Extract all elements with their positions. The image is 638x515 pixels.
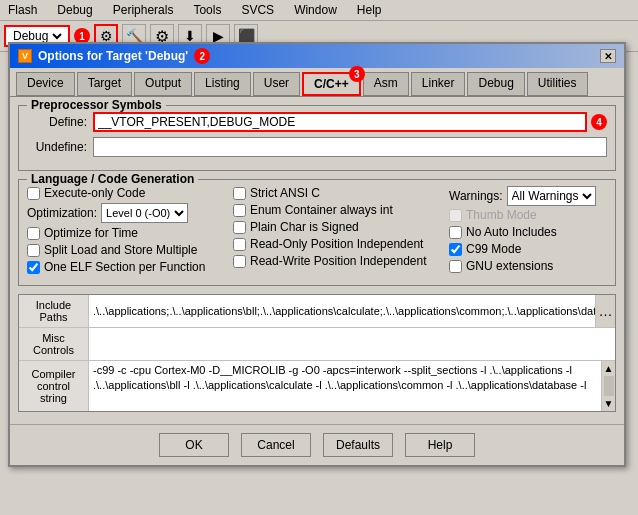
c99-mode-checkbox[interactable] xyxy=(449,243,462,256)
thumb-mode-row: Thumb Mode xyxy=(449,208,607,222)
cancel-button[interactable]: Cancel xyxy=(241,433,311,457)
language-group-label: Language / Code Generation xyxy=(27,172,198,186)
tab-listing[interactable]: Listing xyxy=(194,72,251,96)
optimization-label: Optimization: xyxy=(27,206,97,220)
gnu-ext-label: GNU extensions xyxy=(466,259,553,273)
compiler-scrollbar[interactable]: ▲ ▼ xyxy=(601,361,615,411)
ok-button[interactable]: OK xyxy=(159,433,229,457)
exec-only-label: Execute-only Code xyxy=(44,186,145,200)
help-button[interactable]: Help xyxy=(405,433,475,457)
misc-controls-label: MiscControls xyxy=(19,328,89,360)
no-auto-inc-checkbox[interactable] xyxy=(449,226,462,239)
menu-flash[interactable]: Flash xyxy=(4,2,41,18)
menu-peripherals[interactable]: Peripherals xyxy=(109,2,178,18)
no-auto-inc-label: No Auto Includes xyxy=(466,225,557,239)
dialog-title-text: Options for Target 'Debug' xyxy=(38,49,188,63)
compiler-line-2: .\..\applications\bll -l .\..\applicatio… xyxy=(93,378,597,393)
warnings-row: Warnings: All Warnings xyxy=(449,186,607,206)
readonly-pos-row: Read-Only Position Independent xyxy=(233,237,443,251)
include-section: IncludePaths .\..\applications;.\..\appl… xyxy=(18,294,616,412)
defaults-button[interactable]: Defaults xyxy=(323,433,393,457)
include-paths-row: IncludePaths .\..\applications;.\..\appl… xyxy=(19,295,615,328)
undefine-input[interactable] xyxy=(93,137,607,157)
menu-debug[interactable]: Debug xyxy=(53,2,96,18)
one-elf-checkbox[interactable] xyxy=(27,261,40,274)
lang-col2: Strict ANSI C Enum Container always int … xyxy=(233,186,443,277)
tab-cc[interactable]: C/C++ 3 xyxy=(302,72,361,96)
dialog-bottom-bar: OK Cancel Defaults Help xyxy=(10,424,624,465)
one-elf-label: One ELF Section per Function xyxy=(44,260,205,274)
exec-only-row: Execute-only Code xyxy=(27,186,227,200)
readonly-pos-label: Read-Only Position Independent xyxy=(250,237,423,251)
plain-char-row: Plain Char is Signed xyxy=(233,220,443,234)
tab-linker[interactable]: Linker xyxy=(411,72,466,96)
lang-col1: Execute-only Code Optimization: Level 0 … xyxy=(27,186,227,277)
c99-mode-row: C99 Mode xyxy=(449,242,607,256)
tab-badge: 3 xyxy=(349,66,365,82)
dialog-close-button[interactable]: ✕ xyxy=(600,49,616,63)
no-auto-inc-row: No Auto Includes xyxy=(449,225,607,239)
warnings-select[interactable]: All Warnings xyxy=(507,186,596,206)
undefine-label: Undefine: xyxy=(27,140,87,154)
compiler-control-label: Compilercontrolstring xyxy=(19,361,89,411)
thumb-mode-label: Thumb Mode xyxy=(466,208,537,222)
gnu-ext-row: GNU extensions xyxy=(449,259,607,273)
tab-target[interactable]: Target xyxy=(77,72,132,96)
undefine-row: Undefine: xyxy=(27,137,607,157)
preprocessor-group-label: Preprocessor Symbols xyxy=(27,98,166,112)
dialog-titlebar: V Options for Target 'Debug' 2 ✕ xyxy=(10,44,624,68)
menubar: Flash Debug Peripherals Tools SVCS Windo… xyxy=(0,0,638,21)
menu-svcs[interactable]: SVCS xyxy=(237,2,278,18)
language-group: Language / Code Generation Execute-only … xyxy=(18,179,616,286)
split-load-row: Split Load and Store Multiple xyxy=(27,243,227,257)
readwrite-pos-row: Read-Write Position Independent xyxy=(233,254,443,268)
compiler-control-value[interactable]: -c99 -c -cpu Cortex-M0 -D__MICROLIB -g -… xyxy=(89,361,601,411)
optimization-select[interactable]: Level 0 (-O0) xyxy=(101,203,188,223)
misc-controls-value[interactable] xyxy=(89,328,615,360)
gnu-ext-checkbox[interactable] xyxy=(449,260,462,273)
readonly-pos-checkbox[interactable] xyxy=(233,238,246,251)
compiler-control-row: Compilercontrolstring -c99 -c -cpu Corte… xyxy=(19,361,615,411)
exec-only-checkbox[interactable] xyxy=(27,187,40,200)
menu-tools[interactable]: Tools xyxy=(189,2,225,18)
warnings-label: Warnings: xyxy=(449,189,503,203)
plain-char-checkbox[interactable] xyxy=(233,221,246,234)
plain-char-label: Plain Char is Signed xyxy=(250,220,359,234)
one-elf-row: One ELF Section per Function xyxy=(27,260,227,274)
include-paths-browse-button[interactable]: … xyxy=(595,295,615,327)
readwrite-pos-checkbox[interactable] xyxy=(233,255,246,268)
tab-utilities[interactable]: Utilities xyxy=(527,72,588,96)
enum-container-label: Enum Container always int xyxy=(250,203,393,217)
misc-controls-row: MiscControls xyxy=(19,328,615,361)
readwrite-pos-label: Read-Write Position Independent xyxy=(250,254,427,268)
opt-time-row: Optimize for Time xyxy=(27,226,227,240)
dialog-content: Preprocessor Symbols Define: 4 Undefine:… xyxy=(10,97,624,424)
split-load-checkbox[interactable] xyxy=(27,244,40,257)
strict-ansi-row: Strict ANSI C xyxy=(233,186,443,200)
preprocessor-group: Preprocessor Symbols Define: 4 Undefine: xyxy=(18,105,616,171)
define-input[interactable] xyxy=(93,112,587,132)
tab-asm[interactable]: Asm xyxy=(363,72,409,96)
tabs-row: Device Target Output Listing User C/C++ … xyxy=(10,68,624,97)
tab-device[interactable]: Device xyxy=(16,72,75,96)
dialog-icon: V xyxy=(18,49,32,63)
split-load-label: Split Load and Store Multiple xyxy=(44,243,197,257)
define-badge: 4 xyxy=(591,114,607,130)
define-row: Define: 4 xyxy=(27,112,607,132)
compiler-line-1: -c99 -c -cpu Cortex-M0 -D__MICROLIB -g -… xyxy=(93,363,597,378)
tab-output[interactable]: Output xyxy=(134,72,192,96)
opt-time-checkbox[interactable] xyxy=(27,227,40,240)
define-label: Define: xyxy=(27,115,87,129)
options-dialog: V Options for Target 'Debug' 2 ✕ Device … xyxy=(8,42,626,467)
enum-container-row: Enum Container always int xyxy=(233,203,443,217)
menu-window[interactable]: Window xyxy=(290,2,341,18)
tab-user[interactable]: User xyxy=(253,72,300,96)
include-paths-value[interactable]: .\..\applications;.\..\applications\bll;… xyxy=(89,295,595,327)
strict-ansi-checkbox[interactable] xyxy=(233,187,246,200)
enum-container-checkbox[interactable] xyxy=(233,204,246,217)
opt-time-label: Optimize for Time xyxy=(44,226,138,240)
menu-help[interactable]: Help xyxy=(353,2,386,18)
lang-col3: Warnings: All Warnings Thumb Mode No Aut… xyxy=(449,186,607,277)
thumb-mode-checkbox[interactable] xyxy=(449,209,462,222)
tab-debug[interactable]: Debug xyxy=(467,72,524,96)
